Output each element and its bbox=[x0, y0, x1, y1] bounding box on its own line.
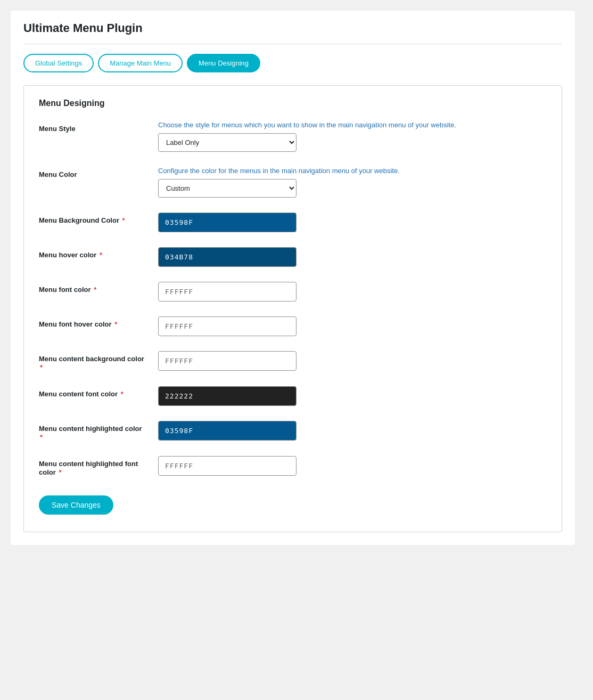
menu-color-row: Menu Color Configure the color for the m… bbox=[39, 167, 547, 198]
menu-font-color-swatch[interactable]: FFFFFF bbox=[158, 282, 297, 302]
menu-font-color-label: Menu font color * bbox=[39, 286, 96, 294]
menu-color-label: Menu Color bbox=[39, 170, 77, 178]
menu-content-font-color-row: Menu content font color * 222222 bbox=[39, 386, 547, 406]
menu-content-highlighted-color-label: Menu content highlighted color * bbox=[39, 425, 142, 441]
save-button-row: Save Changes bbox=[39, 491, 547, 515]
page-wrapper: Ultimate Menu Plugin Global Settings Man… bbox=[11, 11, 575, 545]
menu-hover-color-row: Menu hover color * 034B78 bbox=[39, 247, 547, 267]
menu-hover-color-label: Menu hover color * bbox=[39, 251, 102, 259]
menu-style-select[interactable]: Label Only Icon Only Icon and Label bbox=[158, 133, 297, 152]
menu-content-bg-color-swatch[interactable]: FFFFFF bbox=[158, 351, 297, 371]
page-title: Ultimate Menu Plugin bbox=[23, 21, 562, 44]
tab-global-settings[interactable]: Global Settings bbox=[23, 54, 94, 72]
required-star-8: * bbox=[59, 468, 61, 476]
required-star-4: * bbox=[114, 320, 117, 328]
menu-bg-color-label: Menu Background Color * bbox=[39, 216, 125, 224]
menu-designing-card: Menu Designing Menu Style Choose the sty… bbox=[23, 85, 562, 532]
save-changes-button[interactable]: Save Changes bbox=[39, 495, 113, 515]
menu-font-hover-color-label: Menu font hover color * bbox=[39, 320, 117, 328]
menu-hover-color-swatch[interactable]: 034B78 bbox=[158, 247, 297, 267]
required-star-6: * bbox=[121, 390, 123, 398]
required-star: * bbox=[122, 216, 125, 224]
menu-content-highlighted-color-swatch[interactable]: 03598F bbox=[158, 421, 297, 441]
menu-color-description: Configure the color for the menus in the… bbox=[158, 167, 547, 175]
menu-font-color-row: Menu font color * FFFFFF bbox=[39, 282, 547, 302]
menu-content-highlighted-font-color-row: Menu content highlighted font color * FF… bbox=[39, 456, 547, 476]
menu-style-label: Menu Style bbox=[39, 125, 76, 133]
menu-style-row: Menu Style Choose the style for menus wh… bbox=[39, 121, 547, 152]
menu-content-highlighted-font-color-label: Menu content highlighted font color * bbox=[39, 460, 138, 476]
tab-manage-main-menu[interactable]: Manage Main Menu bbox=[98, 54, 183, 72]
menu-content-bg-color-row: Menu content background color * FFFFFF bbox=[39, 351, 547, 371]
required-star-7: * bbox=[40, 433, 43, 441]
menu-content-highlighted-font-color-swatch[interactable]: FFFFFF bbox=[158, 456, 297, 476]
menu-color-select[interactable]: Custom Default Dark bbox=[158, 179, 297, 198]
menu-content-bg-color-label: Menu content background color * bbox=[39, 355, 144, 371]
required-star-5: * bbox=[40, 363, 43, 371]
menu-font-hover-color-row: Menu font hover color * FFFFFF bbox=[39, 316, 547, 336]
tabs-bar: Global Settings Manage Main Menu Menu De… bbox=[23, 54, 562, 72]
menu-style-description: Choose the style for menus which you wan… bbox=[158, 121, 547, 129]
menu-content-font-color-label: Menu content font color * bbox=[39, 390, 123, 398]
tab-menu-designing[interactable]: Menu Designing bbox=[187, 54, 260, 72]
card-title: Menu Designing bbox=[39, 99, 547, 108]
menu-font-hover-color-swatch[interactable]: FFFFFF bbox=[158, 316, 297, 336]
menu-bg-color-row: Menu Background Color * 03598F bbox=[39, 213, 547, 232]
menu-bg-color-swatch[interactable]: 03598F bbox=[158, 213, 297, 232]
menu-content-font-color-swatch[interactable]: 222222 bbox=[158, 386, 297, 406]
required-star-2: * bbox=[100, 251, 102, 259]
menu-content-highlighted-color-row: Menu content highlighted color * 03598F bbox=[39, 421, 547, 441]
required-star-3: * bbox=[94, 286, 96, 294]
